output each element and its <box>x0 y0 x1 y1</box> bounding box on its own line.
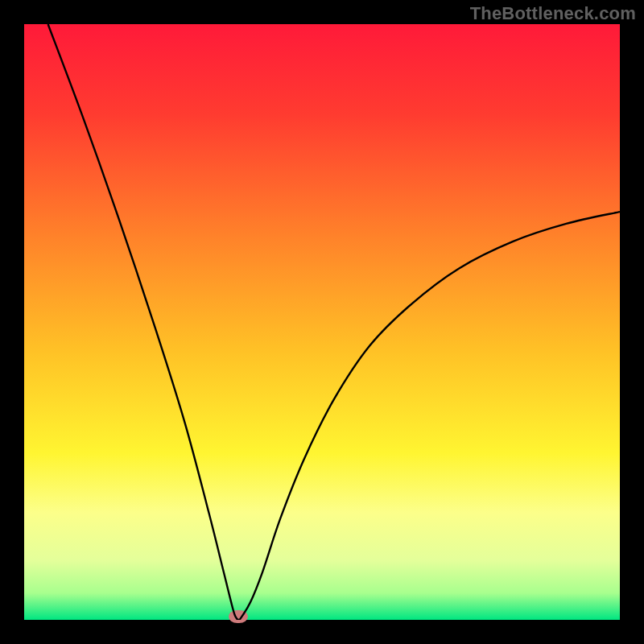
watermark-text: TheBottleneck.com <box>470 3 636 24</box>
plot-area <box>24 24 620 620</box>
bottleneck-curve <box>24 24 620 620</box>
chart-frame: TheBottleneck.com <box>0 0 644 644</box>
